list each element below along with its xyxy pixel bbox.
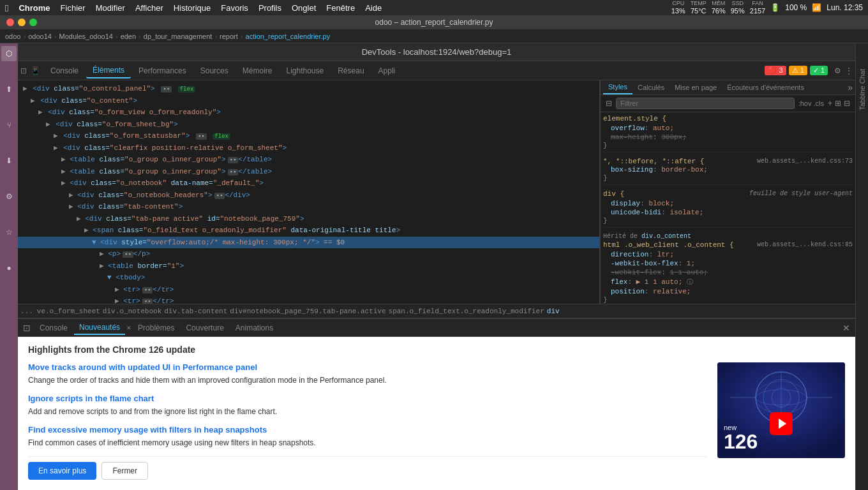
- video-thumbnail[interactable]: new 126: [717, 362, 845, 458]
- bottom-tab-couverture[interactable]: Couverture: [181, 322, 228, 334]
- settings-icon[interactable]: ⚙: [834, 66, 841, 75]
- dom-line[interactable]: ▶ <table border="1">: [18, 260, 599, 272]
- tab-lighthouse[interactable]: Lighthouse: [280, 64, 330, 78]
- feature-3-title[interactable]: Find excessive memory usage with filters…: [28, 425, 707, 434]
- styles-tab-layout[interactable]: Mise en page: [670, 81, 722, 94]
- style-prop[interactable]: direction: ltr;: [603, 250, 853, 259]
- dom-line[interactable]: ▶ <div class="clearfix position-relative…: [18, 142, 599, 154]
- hover-class-filter[interactable]: :hov .cls: [798, 100, 824, 107]
- style-prop[interactable]: overflow: auto;: [603, 124, 853, 133]
- breadcrumb-odoo14[interactable]: odoo14: [28, 33, 52, 40]
- style-prop[interactable]: display: block;: [603, 199, 853, 208]
- breadcrumb-report[interactable]: report: [220, 33, 238, 40]
- breadcrumb-modules[interactable]: Modules_odoo14: [59, 33, 113, 40]
- devtools-inspect-icon[interactable]: ⊡: [20, 66, 27, 75]
- dom-bc-form-sheet[interactable]: ve.o_form_sheet: [37, 308, 100, 315]
- tab-elements[interactable]: Éléments: [86, 63, 131, 78]
- apple-menu[interactable]: : [5, 3, 8, 13]
- dom-line[interactable]: ▶ <table class="o_group o_inner_group">▪…: [18, 166, 599, 178]
- style-prop[interactable]: -webkit-box-flex: 1;: [603, 259, 853, 268]
- breadcrumb-dp[interactable]: dp_tour_management: [144, 33, 213, 40]
- menu-modifier[interactable]: Modifier: [96, 3, 125, 13]
- learn-more-button[interactable]: En savoir plus: [28, 462, 96, 480]
- styles-tab-calcules[interactable]: Calculés: [632, 81, 670, 94]
- breadcrumb-eden[interactable]: eden: [121, 33, 136, 40]
- style-prop-strikethrough[interactable]: max-height: 300px;: [603, 133, 853, 142]
- bottom-tab-animations[interactable]: Animations: [230, 322, 278, 334]
- minimize-button[interactable]: [18, 19, 26, 26]
- odoo-icon-favorites[interactable]: ☆: [1, 225, 17, 240]
- feature-2-title[interactable]: Ignore scripts in the flame chart: [28, 394, 707, 403]
- styles-tab-styles[interactable]: Styles: [603, 80, 632, 94]
- tab-console[interactable]: Console: [44, 64, 85, 78]
- info-icon[interactable]: ⓘ: [687, 279, 693, 286]
- style-prop[interactable]: position: relative;: [603, 287, 853, 296]
- dom-line[interactable]: ▶ <p>▪▪</p>: [18, 248, 599, 260]
- bottom-tab-problemes[interactable]: Problèmes: [133, 322, 179, 334]
- dom-line[interactable]: ▶ <tr>▪▪</tr>: [18, 284, 599, 296]
- dom-line[interactable]: ▶ <div class="tab-content">: [18, 201, 599, 213]
- tab-appli[interactable]: Appli: [372, 64, 402, 78]
- menu-fichier[interactable]: Fichier: [61, 3, 86, 13]
- odoo-icon-pull[interactable]: ⬇: [1, 153, 17, 168]
- styles-tab-more[interactable]: »: [848, 82, 853, 93]
- feature-1-title[interactable]: Move tracks around with updated UI in Pe…: [28, 362, 707, 372]
- close-button[interactable]: [6, 19, 14, 26]
- menu-onglet[interactable]: Onglet: [292, 3, 316, 13]
- dom-bc-notebook-page[interactable]: div#notebook_page_759.tab-pane.active: [230, 308, 385, 315]
- more-icon[interactable]: ⋮: [845, 66, 853, 75]
- devtools-mobile-icon[interactable]: 📱: [31, 66, 40, 75]
- styles-filter-input[interactable]: [616, 98, 795, 109]
- dom-line[interactable]: ▶ <table class="o_group o_inner_group">▪…: [18, 154, 599, 166]
- breadcrumb-odoo[interactable]: odoo: [5, 33, 20, 40]
- bottom-tab-console[interactable]: Console: [34, 322, 73, 334]
- menu-afficher[interactable]: Afficher: [135, 3, 163, 13]
- dom-line[interactable]: ▶ <div class="o_notebook_headers">▪▪</di…: [18, 189, 599, 202]
- close-button-bottom[interactable]: Fermer: [101, 462, 148, 480]
- dom-line[interactable]: ▶ <div class="o_form_view o_form_readonl…: [18, 107, 599, 119]
- dom-line[interactable]: ▶ <div class="o_form_sheet_bg">: [18, 119, 599, 131]
- tab-performances[interactable]: Performances: [132, 64, 193, 78]
- dom-bc-tab-content[interactable]: div.tab-content: [164, 308, 227, 315]
- menu-profils[interactable]: Profils: [258, 3, 281, 13]
- styles-tab-listeners[interactable]: Écouteurs d'événements: [722, 81, 809, 94]
- maximize-button[interactable]: [29, 19, 37, 26]
- tab-sources[interactable]: Sources: [194, 64, 235, 78]
- style-prop[interactable]: flex: ▶ 1 1 auto; ⓘ: [603, 277, 853, 287]
- dom-bc-field-text[interactable]: span.o_field_text.o_readonly_modifier: [389, 308, 544, 315]
- close-bottom-panel[interactable]: ✕: [842, 323, 850, 333]
- dom-bc-div[interactable]: div: [547, 308, 560, 315]
- close-badge-icon[interactable]: ✕: [126, 325, 131, 331]
- bottom-tab-nouveautes[interactable]: Nouveautés: [74, 321, 125, 335]
- filter-icon-2[interactable]: ⊞: [835, 99, 841, 108]
- filter-icon-3[interactable]: ⊟: [844, 99, 850, 108]
- dom-line[interactable]: ▶ <tr>▪▪</tr>: [18, 295, 599, 304]
- tab-memoire[interactable]: Mémoire: [236, 64, 279, 78]
- tab-chat-label[interactable]: Tabblne Chat: [858, 69, 866, 110]
- dom-line[interactable]: ▶ <div class="o_control_panel"> ▪▪ flex: [18, 83, 599, 95]
- dom-line[interactable]: ▼ <tbody>: [18, 272, 599, 284]
- menu-historique[interactable]: Historique: [174, 3, 211, 13]
- menu-fenetre[interactable]: Fenêtre: [326, 3, 355, 13]
- devtools-icon-small[interactable]: ⊡: [23, 323, 31, 333]
- odoo-icon-commit[interactable]: ⬆: [1, 82, 17, 97]
- dom-bc-notebook[interactable]: div.o_notebook: [103, 308, 161, 315]
- odoo-icon-project[interactable]: ⬡: [1, 46, 17, 61]
- odoo-icon-branch[interactable]: ⑂: [1, 117, 17, 133]
- menu-aide[interactable]: Aide: [365, 3, 382, 13]
- dom-line[interactable]: ▶ <div class="o_form_statusbar"> ▪▪ flex: [18, 130, 599, 142]
- odoo-icon-structure[interactable]: ⚙: [1, 189, 17, 204]
- dom-line-selected[interactable]: ▼ <div style="overflow:auto;/* max-heigh…: [18, 237, 599, 249]
- style-prop[interactable]: unicode-bidi: isolate;: [603, 208, 853, 217]
- dom-line[interactable]: ▶ <div class="tab-pane active" id="noteb…: [18, 213, 599, 225]
- style-prop[interactable]: box-sizing: border-box;: [603, 165, 853, 174]
- dom-line[interactable]: ▶ <div class="o_notebook" data-name="_de…: [18, 177, 599, 189]
- play-button[interactable]: [770, 412, 793, 435]
- dom-line[interactable]: ▶ <div class="o_content">: [18, 95, 599, 107]
- style-prop-strikethrough[interactable]: -webkit-flex: 1 1 auto;: [603, 268, 853, 277]
- menu-chrome[interactable]: Chrome: [19, 3, 50, 13]
- tab-reseau[interactable]: Réseau: [331, 64, 370, 78]
- filter-icon-1[interactable]: +: [828, 99, 832, 108]
- odoo-icon-git[interactable]: ●: [1, 260, 17, 276]
- menu-favoris[interactable]: Favoris: [221, 3, 248, 13]
